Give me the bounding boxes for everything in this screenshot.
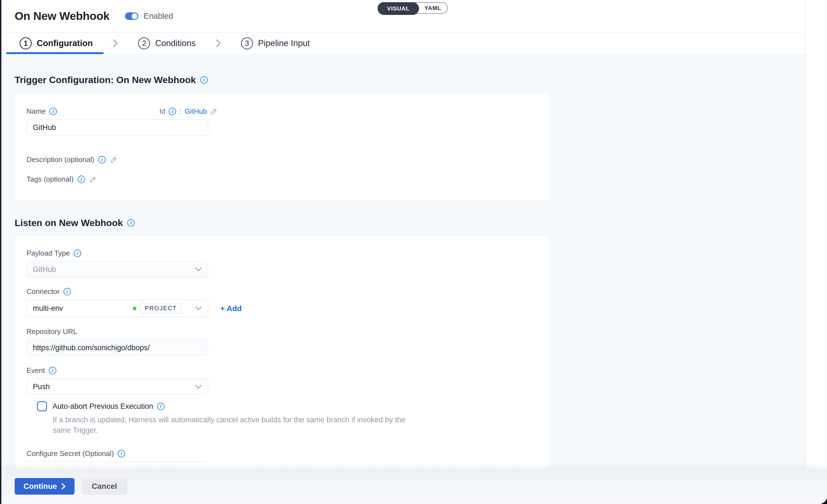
info-icon[interactable] [169,108,176,115]
info-icon[interactable] [63,288,71,295]
continue-button-label: Continue [23,482,57,491]
auto-abort-row: Auto-abort Previous Execution [37,401,537,411]
info-icon[interactable] [98,156,106,163]
connector-value: multi-env [33,304,133,313]
description-label: Description (optional) [27,155,94,164]
chevron-right-icon [113,39,118,48]
name-id-row: Name Id : GitHub [27,107,217,116]
visual-yaml-toggle: VISUAL YAML [378,2,448,14]
payload-type-label: Payload Type [27,249,70,257]
id-row: Id : GitHub [159,107,217,116]
continue-button[interactable]: Continue [15,478,75,495]
configuration-content: Trigger Configuration: On New Webhook Na… [1,54,805,504]
info-icon[interactable] [49,108,57,115]
chevron-right-icon [61,483,66,490]
step-conditions[interactable]: 2 Conditions [138,37,195,49]
step-2-circle: 2 [138,37,150,49]
payload-type-label-group: Payload Type [27,249,537,257]
active-tab-underline [6,52,103,54]
toggle-knob-icon [132,13,138,19]
payload-type-value: GitHub [33,265,56,274]
chevron-down-icon [195,306,202,310]
id-value[interactable]: GitHub [185,107,207,116]
auto-abort-label: Auto-abort Previous Execution [52,402,153,411]
name-label: Name [27,107,46,116]
wizard-footer: Continue Cancel [1,469,827,504]
step-configuration[interactable]: 1 Configuration [19,37,93,49]
payload-type-select[interactable]: GitHub [27,261,208,278]
auto-abort-label-group: Auto-abort Previous Execution [52,402,164,411]
info-icon[interactable] [200,76,208,84]
wizard-steps: 1 Configuration 2 Conditions 3 Pipeline … [1,32,805,54]
id-separator: : [180,107,181,116]
id-label: Id [159,107,165,116]
info-icon[interactable] [157,403,164,410]
repo-url-input[interactable] [27,340,208,356]
tags-label: Tags (optional) [27,175,74,184]
event-label-group: Event [27,366,537,375]
connector-label-group: Connector [27,287,537,296]
step-3-label: Pipeline Input [258,38,310,48]
cancel-button[interactable]: Cancel [82,478,127,495]
trigger-configuration-card: Name Id : GitHub [15,93,549,201]
wizard-panel: On New Webhook Enabled VISUAL YAML 1 Con… [1,0,805,504]
edit-pencil-icon[interactable] [210,108,217,115]
description-label-group: Description (optional) [27,155,106,164]
listen-heading-text: Listen on New Webhook [15,217,123,228]
enabled-toggle[interactable] [125,12,138,20]
step-pipeline-input[interactable]: 3 Pipeline Input [241,37,310,49]
secret-label-group: Configure Secret (Optional) [27,449,537,458]
event-value: Push [33,383,50,391]
trigger-configuration-heading: Trigger Configuration: On New Webhook [15,54,805,85]
chevron-right-icon [215,39,221,48]
step-1-label: Configuration [37,38,93,48]
chevron-down-icon [195,267,202,271]
step-2-label: Conditions [155,38,195,48]
info-icon[interactable] [117,450,125,457]
visual-tab[interactable]: VISUAL [378,2,419,15]
enabled-toggle-group: Enabled [125,12,173,21]
event-select[interactable]: Push [27,379,208,395]
info-icon[interactable] [49,367,56,374]
step-3-circle: 3 [241,37,253,49]
status-dot-icon [133,307,136,310]
edit-pencil-icon[interactable] [110,156,117,163]
chevron-down-icon [195,385,202,389]
trigger-wizard-window: On New Webhook Enabled VISUAL YAML 1 Con… [0,0,827,504]
description-row: Description (optional) [27,155,537,164]
edit-pencil-icon[interactable] [89,176,97,183]
enabled-label: Enabled [144,12,173,21]
connector-scope-badge: PROJECT [140,303,181,314]
repo-url-label-group: Repository URL [27,327,537,336]
left-nav-edge [0,0,1,504]
info-icon[interactable] [78,175,85,183]
connector-select[interactable]: multi-env PROJECT [27,300,208,317]
yaml-tab[interactable]: YAML [419,3,447,13]
right-gutter [805,0,827,504]
info-icon[interactable] [127,219,135,226]
tags-label-group: Tags (optional) [27,175,85,184]
repo-url-label: Repository URL [27,327,77,336]
auto-abort-help-text: If a branch is updated, Harness will aut… [53,414,411,436]
tags-row: Tags (optional) [27,175,537,184]
step-1-circle: 1 [19,37,32,49]
event-label: Event [27,366,45,375]
auto-abort-checkbox[interactable] [37,401,47,411]
connector-label: Connector [27,287,60,296]
name-input[interactable] [27,119,208,136]
wizard-header: On New Webhook Enabled VISUAL YAML [1,0,805,32]
listen-heading: Listen on New Webhook [15,217,805,228]
name-label-group: Name [27,107,57,116]
secret-label: Configure Secret (Optional) [27,449,114,458]
info-icon[interactable] [74,250,81,257]
connector-row: multi-env PROJECT + Add [27,296,537,317]
page-title: On New Webhook [15,10,110,22]
trigger-configuration-heading-text: Trigger Configuration: On New Webhook [15,74,196,85]
add-connector-button[interactable]: + Add [220,304,242,313]
listen-card: Payload Type GitHub Connector multi-env [15,236,549,504]
